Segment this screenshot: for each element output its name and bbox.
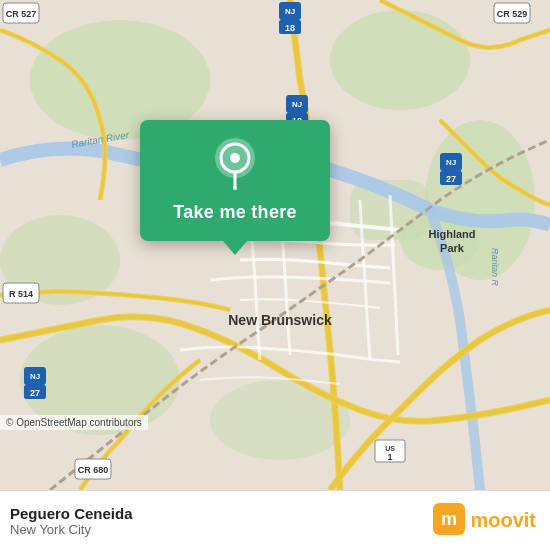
svg-text:Raritan R: Raritan R	[490, 248, 500, 287]
location-city: New York City	[10, 522, 133, 537]
svg-text:NJ: NJ	[446, 158, 456, 167]
svg-text:New Brunswick: New Brunswick	[228, 312, 332, 328]
svg-text:CR 527: CR 527	[6, 9, 37, 19]
svg-text:27: 27	[30, 388, 40, 398]
take-me-there-button[interactable]: Take me there	[173, 202, 297, 223]
svg-text:Park: Park	[440, 242, 465, 254]
moovit-brand-text: moovit	[470, 509, 536, 532]
moovit-logo: m moovit	[433, 503, 536, 539]
svg-text:R 514: R 514	[9, 289, 33, 299]
location-pin-icon	[213, 138, 257, 194]
svg-point-45	[233, 186, 237, 190]
svg-text:18: 18	[285, 23, 295, 33]
svg-text:Highland: Highland	[428, 228, 475, 240]
popup-tail	[223, 241, 247, 255]
svg-text:1: 1	[387, 452, 392, 462]
svg-text:27: 27	[446, 174, 456, 184]
moovit-icon: m	[433, 503, 465, 539]
popup-container: Take me there	[140, 120, 330, 255]
location-info: Peguero Ceneida New York City	[10, 505, 133, 537]
svg-text:NJ: NJ	[292, 100, 302, 109]
svg-text:US: US	[385, 445, 395, 452]
svg-text:CR 529: CR 529	[497, 9, 528, 19]
map-container: NJ 18 NJ 18 CR 527 CR 529 NJ 27 R 514 NJ…	[0, 0, 550, 490]
svg-text:NJ: NJ	[285, 7, 295, 16]
svg-text:NJ: NJ	[30, 372, 40, 381]
svg-point-2	[330, 10, 470, 110]
svg-point-43	[230, 153, 240, 163]
svg-point-8	[210, 380, 350, 460]
bottom-bar: Peguero Ceneida New York City m moovit	[0, 490, 550, 550]
svg-text:m: m	[441, 509, 457, 529]
location-name: Peguero Ceneida	[10, 505, 133, 522]
map-attribution: © OpenStreetMap contributors	[0, 415, 148, 430]
popup-box: Take me there	[140, 120, 330, 241]
svg-text:CR 680: CR 680	[78, 465, 109, 475]
